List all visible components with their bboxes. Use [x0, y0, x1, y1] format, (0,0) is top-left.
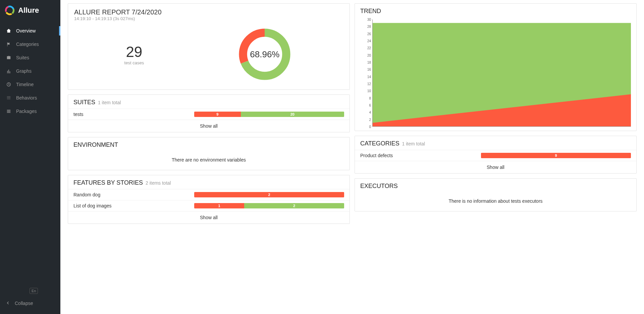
collapse-label: Collapse — [15, 301, 33, 306]
categories-subtitle: 1 item total — [402, 141, 425, 146]
executors-empty: There is no information about tests exec… — [355, 192, 636, 211]
sidebar-item-packages[interactable]: Packages — [0, 105, 60, 118]
brand: Allure — [0, 0, 60, 21]
sidebar-item-behaviors[interactable]: Behaviors — [0, 91, 60, 105]
layers-icon — [6, 109, 11, 114]
summary-widget: ALLURE REPORT 7/24/2020 14:19:10 - 14:19… — [68, 3, 350, 90]
fail-segment: 9 — [194, 112, 241, 117]
test-count: 29 test cases — [124, 44, 144, 65]
environment-empty: There are no environment variables — [68, 151, 350, 170]
collapse-button[interactable]: Collapse — [0, 297, 60, 309]
clock-icon — [6, 82, 11, 87]
suites-subtitle: 1 item total — [98, 100, 121, 105]
suite-row-bar: 9 20 — [194, 112, 344, 117]
suite-row-label: tests — [73, 112, 187, 117]
suites-title: SUITES — [73, 99, 95, 106]
pass-segment: 20 — [241, 112, 344, 117]
trend-widget: TREND 024681012141618202224262830 — [355, 3, 637, 131]
flag-icon — [6, 42, 11, 47]
feature-row-label: Random dog — [73, 192, 187, 197]
sidebar: Allure Overview Categories Suites Graphs… — [0, 0, 60, 314]
sidebar-item-label: Graphs — [16, 68, 32, 74]
test-count-label: test cases — [124, 60, 144, 65]
features-title: FEATURES BY STORIES — [73, 179, 143, 186]
fail-segment: 1 — [194, 203, 244, 208]
environment-title: ENVIRONMENT — [73, 141, 118, 148]
sidebar-item-label: Timeline — [16, 82, 34, 87]
trend-title: TREND — [360, 8, 381, 14]
features-subtitle: 2 items total — [146, 180, 171, 186]
summary-time-range: 14:19:10 - 14:19:13 (3s 027ms) — [74, 16, 343, 21]
sidebar-item-label: Packages — [16, 109, 37, 114]
sidebar-item-timeline[interactable]: Timeline — [0, 78, 60, 91]
pass-segment: 2 — [244, 203, 344, 208]
primary-nav: Overview Categories Suites Graphs Timeli… — [0, 24, 60, 118]
summary-title: ALLURE REPORT 7/24/2020 — [74, 8, 343, 16]
trend-y-axis: 024681012141618202224262830 — [360, 19, 372, 127]
features-show-all[interactable]: Show all — [68, 211, 350, 224]
language-selector[interactable]: En — [30, 288, 38, 294]
list-icon — [6, 96, 11, 100]
dashboard: ALLURE REPORT 7/24/2020 14:19:10 - 14:19… — [60, 0, 644, 314]
categories-widget: CATEGORIES 1 item total Product defects … — [355, 136, 637, 174]
chart-bar-icon — [6, 69, 11, 73]
feature-row-label: List of dog images — [73, 203, 187, 208]
categories-show-all[interactable]: Show all — [355, 161, 636, 173]
suite-row[interactable]: tests 9 20 — [68, 109, 350, 120]
suites-show-all[interactable]: Show all — [68, 120, 350, 132]
environment-widget: ENVIRONMENT There are no environment var… — [68, 137, 350, 170]
sidebar-item-label: Categories — [16, 42, 39, 47]
category-row[interactable]: Product defects 9 — [355, 150, 636, 161]
sidebar-item-suites[interactable]: Suites — [0, 51, 60, 64]
sidebar-item-categories[interactable]: Categories — [0, 38, 60, 51]
allure-logo-icon — [5, 5, 15, 15]
trend-plot — [372, 19, 631, 127]
home-icon — [6, 28, 11, 33]
feature-row[interactable]: Random dog 2 — [68, 189, 350, 200]
sidebar-item-label: Overview — [16, 28, 36, 34]
category-row-label: Product defects — [360, 153, 474, 158]
executors-title: EXECUTORS — [360, 183, 398, 189]
pass-percent: 68.96% — [236, 26, 293, 83]
sidebar-item-label: Behaviors — [16, 95, 37, 101]
brand-name: Allure — [18, 6, 39, 15]
executors-widget: EXECUTORS There is no information about … — [355, 178, 637, 211]
feature-row-bar: 1 2 — [194, 203, 344, 208]
sidebar-item-graphs[interactable]: Graphs — [0, 64, 60, 78]
suites-widget: SUITES 1 item total tests 9 20 Show all — [68, 95, 350, 132]
chevron-left-icon — [6, 301, 10, 306]
category-row-bar: 9 — [481, 153, 631, 158]
test-count-value: 29 — [124, 44, 144, 60]
features-widget: FEATURES BY STORIES 2 items total Random… — [68, 175, 350, 224]
sidebar-item-overview[interactable]: Overview — [0, 24, 60, 38]
briefcase-icon — [6, 55, 11, 60]
fail-segment: 9 — [481, 153, 631, 158]
feature-row[interactable]: List of dog images 1 2 — [68, 200, 350, 211]
categories-title: CATEGORIES — [360, 140, 399, 147]
sidebar-footer: En Collapse — [0, 285, 60, 314]
feature-row-bar: 2 — [194, 192, 344, 197]
fail-segment: 2 — [194, 192, 344, 197]
sidebar-item-label: Suites — [16, 55, 29, 60]
outcome-donut-chart: 68.96% — [236, 26, 293, 83]
trend-chart: 024681012141618202224262830 — [360, 19, 631, 127]
